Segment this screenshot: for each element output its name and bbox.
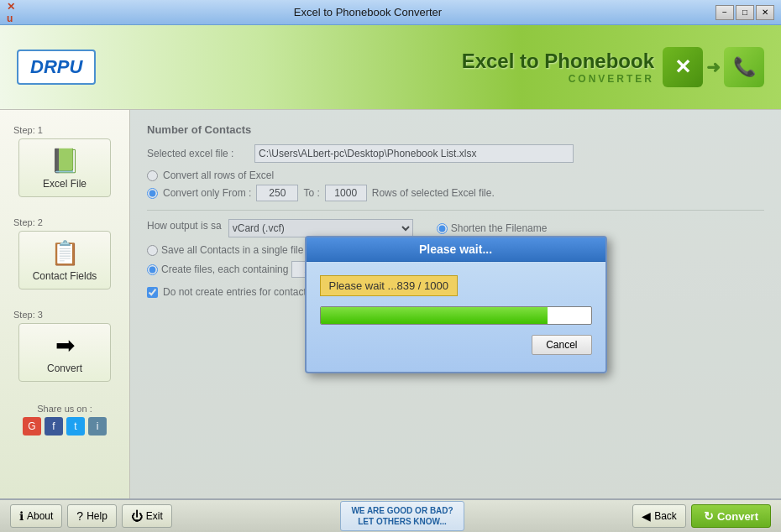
progress-bar-container (320, 306, 592, 325)
bottom-center[interactable]: WE ARE GOOD OR BAD? LET OTHERS KNOW... (340, 501, 464, 531)
facebook-icon[interactable]: f (45, 417, 63, 436)
contact-fields-icon: 📋 (50, 239, 80, 267)
step2-icon-wrap: 📋 Contact Fields (18, 231, 111, 289)
sidebar-item-contact-fields[interactable]: Step: 2 📋 Contact Fields (7, 211, 123, 296)
progress-dialog: Please wait... Please wait ...839 / 1000… (305, 236, 607, 373)
progress-text: Please wait ...839 / 1000 (320, 275, 458, 296)
exit-icon: ⏻ (131, 509, 143, 523)
drpu-logo: DRPU (17, 50, 96, 85)
step3-name: Convert (47, 362, 82, 374)
cancel-button[interactable]: Cancel (532, 335, 591, 355)
header-title-block: Excel to Phonebook CONVERTER (462, 50, 654, 85)
exit-button[interactable]: ⏻ Exit (122, 504, 172, 528)
dialog-title: Please wait... (307, 237, 605, 262)
dialog-body: Please wait ...839 / 1000 Cancel (307, 262, 605, 372)
main-container: Step: 1 📗 Excel File Step: 2 📋 Contact F… (0, 109, 781, 498)
step1-name: Excel File (43, 178, 86, 190)
phonebook-icon: 📞 (724, 47, 764, 87)
step1-label: Step: 1 (13, 125, 43, 135)
header-right: Excel to Phonebook CONVERTER ✕ ➜ 📞 (462, 47, 764, 87)
header-icons: ✕ ➜ 📞 (663, 47, 764, 87)
window-title: Excel to Phonebook Converter (20, 6, 715, 18)
x-logo-icon: ✕ u (7, 1, 20, 24)
step1-icon-wrap: 📗 Excel File (18, 138, 111, 197)
maximize-button[interactable]: □ (736, 5, 754, 20)
back-button[interactable]: ◀ Back (632, 504, 686, 528)
exit-label: Exit (146, 510, 163, 522)
share-icons: G f t i (7, 417, 123, 436)
bottom-right-buttons: ◀ Back ↻ Convert (632, 504, 771, 528)
excel-file-icon: 📗 (50, 147, 80, 175)
sidebar-item-convert[interactable]: Step: 3 ➡ Convert (7, 303, 123, 389)
content-area: Number of Contacts Selected excel file :… (130, 110, 781, 498)
header-sub-title: CONVERTER (462, 73, 654, 85)
header: DRPU Excel to Phonebook CONVERTER ✕ ➜ 📞 (0, 25, 781, 109)
dialog-footer: Cancel (320, 335, 592, 358)
progress-bar-fill (321, 307, 548, 324)
step2-label: Step: 2 (13, 217, 43, 227)
help-label: Help (86, 510, 107, 522)
google-plus-icon[interactable]: G (23, 417, 41, 436)
step3-icon-wrap: ➡ Convert (18, 323, 111, 382)
about-label: About (27, 510, 53, 522)
bottom-bar: ℹ About ? Help ⏻ Exit WE ARE GOOD OR BAD… (0, 498, 781, 532)
help-button[interactable]: ? Help (67, 504, 116, 528)
twitter-icon[interactable]: t (66, 417, 85, 436)
feedback-line1: WE ARE GOOD OR BAD? (351, 505, 453, 516)
header-main-title: Excel to Phonebook (462, 50, 654, 73)
convert-icon: ↻ (704, 509, 714, 523)
window-controls[interactable]: − □ ✕ (715, 5, 774, 20)
arrow-right-icon: ➜ (706, 57, 721, 77)
feedback-banner[interactable]: WE ARE GOOD OR BAD? LET OTHERS KNOW... (340, 501, 464, 531)
minimize-button[interactable]: − (715, 5, 734, 20)
step3-label: Step: 3 (13, 310, 43, 320)
app-icon: ✕ u (7, 6, 20, 19)
back-icon: ◀ (642, 509, 651, 523)
step2-name: Contact Fields (33, 270, 97, 282)
other-share-icon[interactable]: i (88, 417, 107, 436)
bottom-left-buttons: ℹ About ? Help ⏻ Exit (10, 504, 172, 528)
about-button[interactable]: ℹ About (10, 504, 62, 528)
back-label: Back (654, 510, 677, 522)
convert-button[interactable]: ↻ Convert (691, 504, 771, 528)
sidebar-item-excel-file[interactable]: Step: 1 📗 Excel File (7, 118, 123, 204)
help-icon: ? (76, 509, 83, 523)
close-button[interactable]: ✕ (756, 5, 774, 20)
convert-step-icon: ➡ (55, 331, 75, 359)
progress-overlay: Please wait... Please wait ...839 / 1000… (130, 110, 781, 498)
sidebar: Step: 1 📗 Excel File Step: 2 📋 Contact F… (0, 110, 130, 498)
feedback-line2: LET OTHERS KNOW... (351, 516, 453, 527)
convert-label: Convert (717, 510, 758, 523)
about-icon: ℹ (19, 509, 24, 523)
share-label: Share us on : (7, 404, 123, 414)
share-section: Share us on : G f t i (7, 404, 123, 436)
excel-icon: ✕ (663, 47, 703, 87)
title-bar: ✕ u Excel to Phonebook Converter − □ ✕ (0, 0, 781, 25)
